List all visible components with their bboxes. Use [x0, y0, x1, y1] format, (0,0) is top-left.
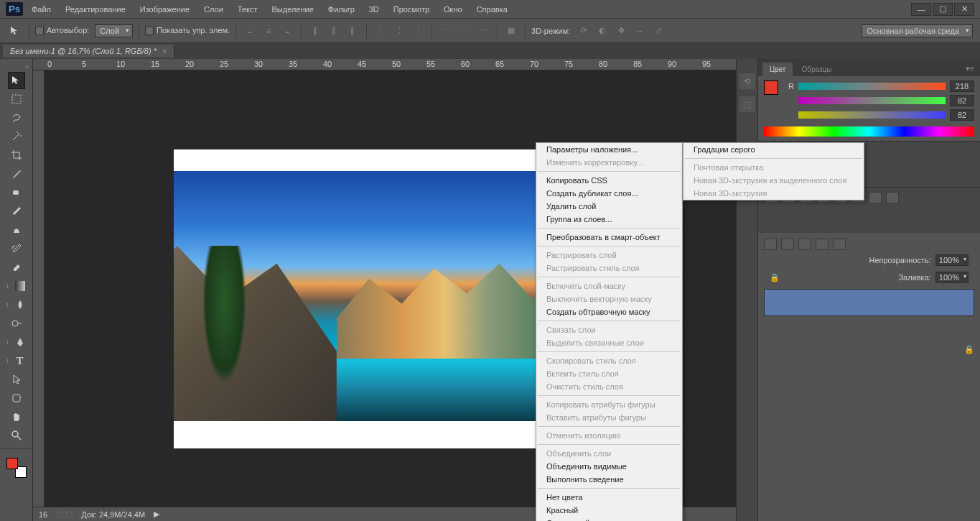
- 3d-roll-icon[interactable]: ◐: [594, 23, 610, 39]
- swatches-tab[interactable]: Образцы: [794, 63, 839, 76]
- menu-3d[interactable]: 3D: [363, 2, 385, 17]
- menu-filter[interactable]: Фильтр: [322, 2, 360, 17]
- crop-tool[interactable]: [8, 147, 25, 164]
- align-hcenter-icon[interactable]: ‖: [326, 23, 342, 39]
- magic-wand-tool[interactable]: [8, 128, 25, 145]
- zoom-tool[interactable]: [8, 427, 25, 444]
- menu-file[interactable]: Файл: [26, 2, 57, 17]
- g-value[interactable]: 82: [950, 95, 974, 106]
- menu-layers[interactable]: Слои: [198, 2, 229, 17]
- filter-smart-icon[interactable]: [833, 239, 846, 250]
- context-menu-item[interactable]: Создать обтравочную маску: [536, 305, 682, 318]
- filter-pixel-icon[interactable]: [764, 239, 777, 250]
- align-right-icon[interactable]: ‖: [345, 23, 360, 39]
- canvas[interactable]: [174, 149, 536, 448]
- 3d-orbit-icon[interactable]: ⟳: [576, 23, 592, 39]
- filter-adjust-icon[interactable]: [781, 239, 794, 250]
- distribute-1-icon[interactable]: ⋮: [373, 23, 388, 39]
- menu-text[interactable]: Текст: [232, 2, 263, 17]
- spectrum-ramp[interactable]: [764, 126, 974, 137]
- color-preview[interactable]: [764, 80, 778, 95]
- fill-input[interactable]: 100%: [935, 272, 969, 283]
- status-flyout-icon[interactable]: ▶: [154, 510, 159, 519]
- 3d-scale-icon[interactable]: ⤢: [650, 23, 666, 39]
- filter-shape-icon[interactable]: [816, 239, 829, 250]
- context-menu-item[interactable]: Удалить слой: [536, 200, 682, 213]
- shape-tool[interactable]: [8, 389, 25, 407]
- toolbox-collapse-icon[interactable]: «: [0, 62, 32, 70]
- maximize-button[interactable]: ▢: [933, 3, 953, 16]
- type-tool[interactable]: T: [11, 352, 29, 369]
- close-tab-icon[interactable]: ×: [162, 47, 167, 55]
- autoselect-checkbox[interactable]: Автовыбор:: [35, 26, 89, 35]
- context-menu-item[interactable]: Выполнить сведение: [536, 473, 682, 486]
- menu-help[interactable]: Справка: [471, 2, 513, 17]
- pen-tool[interactable]: [11, 333, 29, 351]
- opacity-input[interactable]: 100%: [935, 254, 969, 266]
- workspace-dropdown[interactable]: Основная рабочая среда: [862, 24, 973, 37]
- filter-type-icon[interactable]: [798, 239, 811, 250]
- history-brush-tool[interactable]: [8, 240, 25, 257]
- lock-icon[interactable]: 🔒: [770, 273, 780, 282]
- context-menu-item[interactable]: Градации серого: [683, 143, 864, 156]
- distribute-3-icon[interactable]: ⋮: [410, 23, 426, 39]
- adj-icon[interactable]: [869, 192, 882, 203]
- show-transform-controls-checkbox[interactable]: Показать упр. элем.: [145, 26, 230, 35]
- menu-image[interactable]: Изображение: [134, 2, 195, 17]
- color-swatches[interactable]: [6, 458, 27, 478]
- context-menu-item[interactable]: Создать дубликат слоя...: [536, 187, 682, 200]
- gradient-tool[interactable]: [11, 277, 29, 295]
- align-bottom-icon[interactable]: ⫠: [279, 23, 295, 39]
- hand-tool[interactable]: [8, 408, 25, 425]
- b-value[interactable]: 82: [950, 109, 974, 121]
- zoom-value[interactable]: 16: [39, 510, 47, 519]
- properties-panel-icon[interactable]: ⬚: [739, 96, 755, 112]
- close-button[interactable]: ✕: [954, 3, 974, 16]
- layer-row[interactable]: [764, 289, 974, 316]
- context-menu-item[interactable]: Параметры наложения...: [536, 143, 682, 156]
- adj-icon[interactable]: [886, 192, 899, 203]
- dodge-tool[interactable]: [8, 315, 25, 332]
- foreground-color-swatch[interactable]: [6, 458, 18, 469]
- g-slider[interactable]: [798, 97, 946, 104]
- context-menu-item[interactable]: Группа из слоев...: [536, 213, 682, 226]
- context-menu-item[interactable]: Объединить видимые: [536, 460, 682, 473]
- 3d-pan-icon[interactable]: ✥: [613, 23, 629, 39]
- b-slider[interactable]: [798, 111, 946, 119]
- menu-edit[interactable]: Редактирование: [60, 2, 131, 17]
- path-selection-tool[interactable]: [8, 371, 25, 388]
- color-tab[interactable]: Цвет: [762, 63, 793, 76]
- r-value[interactable]: 218: [950, 80, 974, 92]
- lock-all-icon[interactable]: 🔒: [964, 345, 974, 354]
- history-panel-icon[interactable]: ⟲: [739, 73, 755, 89]
- eyedropper-tool[interactable]: [8, 165, 25, 183]
- distribute-5-icon[interactable]: ⋯: [457, 23, 472, 39]
- distribute-6-icon[interactable]: ⋯: [475, 23, 491, 39]
- align-top-icon[interactable]: ⫠: [242, 23, 258, 39]
- minimize-button[interactable]: —: [911, 3, 931, 16]
- menu-view[interactable]: Просмотр: [388, 2, 435, 17]
- r-slider[interactable]: [798, 83, 946, 90]
- marquee-tool[interactable]: [8, 91, 25, 108]
- blur-tool[interactable]: [11, 296, 29, 313]
- align-left-icon[interactable]: ‖: [307, 23, 323, 39]
- align-vcenter-icon[interactable]: ≡: [261, 23, 276, 39]
- distribute-2-icon[interactable]: ⋮: [391, 23, 407, 39]
- context-menu-item[interactable]: Оранжевый: [536, 517, 682, 521]
- eraser-tool[interactable]: [8, 259, 25, 276]
- clone-stamp-tool[interactable]: [8, 221, 25, 239]
- auto-align-icon[interactable]: ▦: [503, 23, 519, 39]
- lasso-tool[interactable]: [8, 109, 25, 126]
- panel-menu-icon[interactable]: ▾≡: [960, 61, 980, 76]
- distribute-4-icon[interactable]: ⋯: [438, 23, 454, 39]
- context-menu-item[interactable]: Копировать CSS: [536, 174, 682, 187]
- 3d-slide-icon[interactable]: ↔: [632, 23, 648, 39]
- menu-select[interactable]: Выделение: [266, 2, 319, 17]
- brush-tool[interactable]: [8, 203, 25, 220]
- context-menu-item[interactable]: Преобразовать в смарт-объект: [536, 231, 682, 244]
- healing-brush-tool[interactable]: [8, 184, 25, 201]
- autoselect-target-dropdown[interactable]: Слой: [95, 24, 133, 37]
- menu-window[interactable]: Окно: [438, 2, 468, 17]
- document-tab[interactable]: Без имени-1 @ 16,7% (Слой 1, RGB/8) * ×: [3, 45, 174, 57]
- context-menu-item[interactable]: Красный: [536, 504, 682, 517]
